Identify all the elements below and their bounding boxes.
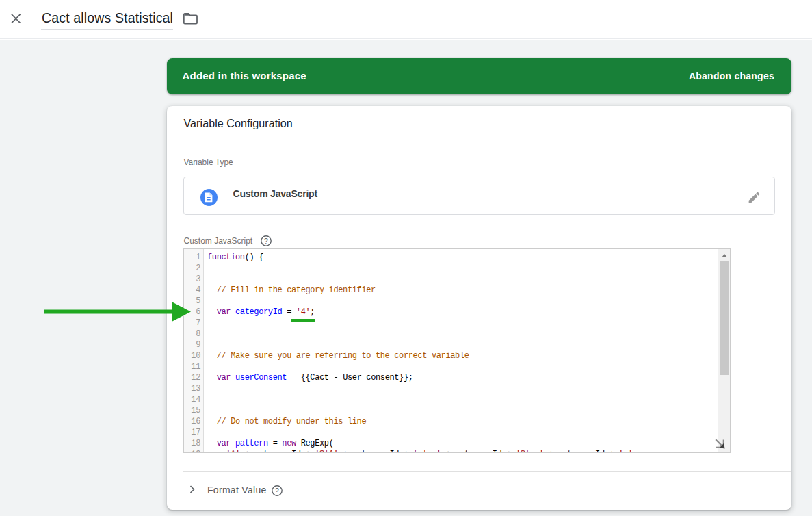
svg-text:?: ? — [275, 487, 279, 495]
svg-text:?: ? — [264, 237, 268, 245]
